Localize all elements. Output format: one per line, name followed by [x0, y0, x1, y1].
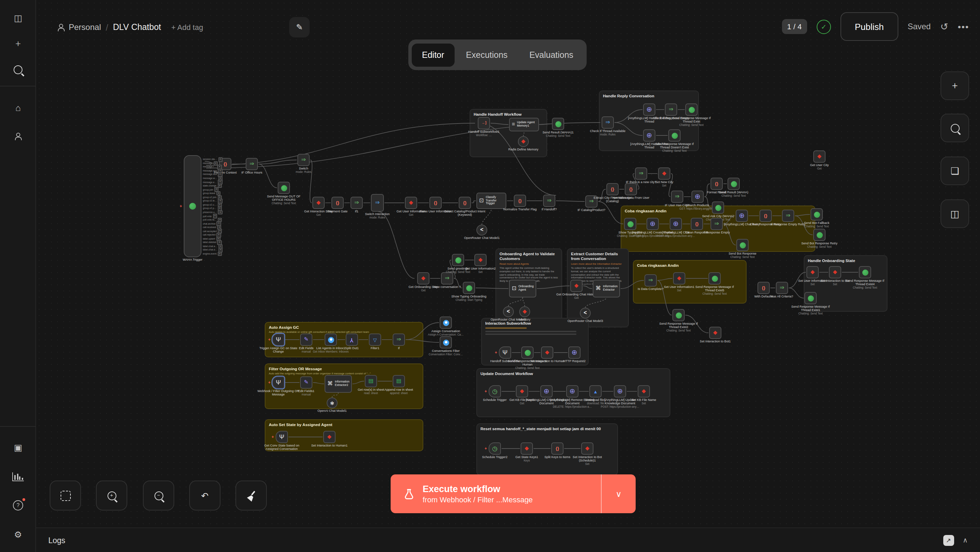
node-j9[interactable]: +ΨWebhook / Filter Outgoing OR Message: [272, 376, 285, 389]
node-b4[interactable]: Send Response Message If Thread ExistCha…: [685, 103, 698, 116]
node-m18[interactable]: {}Normalize Kota From User: [625, 183, 637, 195]
node-f9[interactable]: Send Bot FallbackChatting: Send Text: [811, 208, 823, 221]
fit-view-button[interactable]: [50, 480, 81, 511]
insights-button[interactable]: [0, 468, 36, 485]
node-b2[interactable]: ⊕[AnythingLLM] Handle Existing Thread: [643, 103, 655, 116]
tidy-up-button[interactable]: [235, 480, 267, 511]
node-m21[interactable]: ◆Get User CityGet: [813, 150, 826, 163]
open-logs-external-button[interactable]: ↗: [943, 535, 954, 546]
node-l4[interactable]: ⊕[AnythingLLM] Remove Existing DocumentD…: [566, 385, 579, 398]
node-a1[interactable]: →]Handoff Subworkflow1Workflow: …: [478, 117, 490, 129]
node-h2[interactable]: ◆Set User Information1Set: [673, 272, 685, 285]
node-m0[interactable]: +WAHA Trigger: [184, 155, 202, 257]
node-j16[interactable]: ◆Set Interaction to Human1: [323, 431, 336, 443]
node-f3[interactable]: ⊕[AnythingLLM] ChatPOST: https://product…: [670, 218, 682, 230]
node-m2[interactable]: ⇒IF Office Hours: [246, 158, 258, 170]
node-g4[interactable]: ◆Get Onboarding Chat HistoryGet: [570, 280, 582, 292]
node-a4[interactable]: Send Result (WAHA)1Chatting: Send Text: [552, 118, 564, 130]
node-m25[interactable]: Send Result (WAHA)Chatting: Send Text: [727, 178, 740, 190]
node-n2[interactable]: ◆Get State Keys1Keys: [520, 442, 533, 455]
node-b3[interactable]: ⇒Check If Response Empty: [665, 103, 677, 116]
node-f1[interactable]: Show Typing BotChatting: Start Typing: [624, 218, 636, 230]
panel-toggle-button[interactable]: ◫: [940, 199, 969, 228]
node-i6[interactable]: Send Response Message If Thread Exist1Ch…: [804, 292, 817, 304]
settings-button[interactable]: ⚙: [0, 525, 36, 543]
node-m14[interactable]: ⇒If Handoff?: [543, 195, 555, 207]
tab-evaluations[interactable]: Evaluations: [519, 43, 584, 66]
node-j5[interactable]: ▽Filter1: [369, 334, 381, 346]
publish-button[interactable]: Publish: [840, 12, 898, 41]
node-l5[interactable]: ▲Download file1download: file: [589, 385, 601, 398]
tab-editor[interactable]: Editor: [412, 43, 454, 66]
tab-executions[interactable]: Executions: [456, 43, 517, 66]
node-m10[interactable]: {}Parse User Information: [430, 197, 442, 209]
sticky-note-button[interactable]: ❏: [940, 157, 969, 185]
node-l1[interactable]: +◷Schedule Trigger: [488, 385, 501, 398]
node-f7[interactable]: {}Clean Response Retry: [759, 210, 772, 222]
node-l2[interactable]: ◆Get KB File NameGet: [516, 385, 528, 398]
node-n3[interactable]: {}Split Keys to Items: [551, 442, 563, 455]
node-f8[interactable]: ⇒If Response Empty Retry: [782, 210, 794, 222]
add-node-button[interactable]: ＋: [940, 72, 969, 100]
node-b5[interactable]: ⊕[AnythingLLM] Handle New Thread: [643, 129, 655, 142]
node-k2[interactable]: Send Response Message to HumanChatting: …: [521, 347, 533, 359]
node-l3[interactable]: ⊕[AnythingLLM] Check Existing Document: [540, 385, 553, 398]
node-o4[interactable]: ◆Set User Information2Set: [474, 254, 487, 266]
node-m8[interactable]: ⇒Switch Interactionmode: Rules: [371, 194, 384, 212]
node-m20[interactable]: ◆Set New CitySet: [658, 167, 670, 180]
node-m19[interactable]: ⇒IF there is a new city?: [635, 167, 647, 180]
node-m17[interactable]: {}Extract City From Message (Catalog): [606, 183, 619, 195]
node-m4[interactable]: Send Message OUT OF OFFICE HOURSChatting…: [278, 182, 290, 194]
version-badge[interactable]: 1 / 4: [782, 19, 807, 34]
node-o5[interactable]: Show Typing OnboardingChatting: Start Ty…: [463, 282, 475, 294]
node-m6[interactable]: {}Payment Gate: [331, 197, 344, 209]
waha-event-output-25[interactable]: engine.event+: [203, 252, 222, 256]
node-j10[interactable]: ✎Edit Fields1manual: [300, 376, 312, 389]
node-f6[interactable]: ⊕[AnythingLLM] Chat Retry: [736, 210, 748, 222]
execute-dropdown-button[interactable]: ∨: [601, 474, 636, 513]
node-k3[interactable]: ◆Set Interaction to Human: [541, 347, 553, 359]
node-n1[interactable]: +◷Schedule Trigger2: [488, 442, 501, 455]
node-n4[interactable]: ◆Set Interaction to Bot (Schedule)1Set: [581, 442, 593, 455]
undo-button[interactable]: ↶: [189, 480, 221, 511]
execute-workflow-button[interactable]: Execute workflow from Webhook / Filter .…: [391, 474, 636, 513]
node-i2[interactable]: ⇒Has All Criteria?: [776, 282, 788, 294]
zoom-in-button[interactable]: +: [96, 480, 127, 511]
sidebar-toggle-icon[interactable]: ◫: [0, 9, 36, 27]
node-j4[interactable]: YSplit Out1: [346, 334, 358, 346]
add-tag-button[interactable]: + Add tag: [171, 23, 203, 31]
node-i4[interactable]: ◆Set Interaction to BotSet: [829, 266, 841, 278]
node-o2[interactable]: ⇒New conversation ?: [441, 272, 453, 285]
node-m26[interactable]: Send Ask City (WAHA)Chatting: Send Text: [712, 202, 724, 214]
new-workflow-button[interactable]: ＋: [0, 35, 36, 52]
node-f11[interactable]: Send Bot Response RetryChatting: Send Te…: [813, 229, 826, 241]
node-j12[interactable]: ✻OpenAI Chat Model1: [327, 398, 337, 408]
node-f2[interactable]: ⊕[AnythingLLM] Create ThreadPOST: https:…: [646, 218, 659, 230]
node-m12[interactable]: ⊡Classify Transfer Trigger: [476, 192, 506, 209]
node-i5[interactable]: Send Response Message If Thread Exist4Ch…: [859, 266, 871, 278]
templates-button[interactable]: ▣: [0, 438, 36, 456]
node-i1[interactable]: {}With Defaults: [757, 282, 770, 294]
workflow-notes-button[interactable]: ✎: [289, 17, 310, 37]
node-j15[interactable]: +ΨGet Conv State based on Assigned Conve…: [275, 431, 288, 443]
more-menu-icon[interactable]: •••: [958, 21, 969, 32]
zoom-out-button[interactable]: −: [143, 480, 174, 511]
node-m3[interactable]: ⇒Switchmode: Rules: [298, 154, 310, 166]
node-j1[interactable]: +ΨTrigger Assign GC on State Change: [272, 334, 285, 346]
node-j6[interactable]: ⇒If: [393, 334, 405, 346]
node-j14[interactable]: ▤Append row in sheetappend: sheet: [393, 375, 405, 387]
node-m7[interactable]: ⇒If1: [350, 197, 363, 209]
node-j7[interactable]: Assign ConversationAssign A Conversation…: [440, 317, 452, 329]
node-gm[interactable]: ◆Memory: [519, 306, 530, 317]
history-icon[interactable]: ↺: [940, 21, 948, 32]
personal-button[interactable]: [0, 127, 36, 145]
workflow-canvas[interactable]: Handle Handoff WorkflowHandle Reply Conv…: [0, 0, 980, 552]
node-a2[interactable]: ≡Update Agent Memory1: [509, 118, 539, 131]
breadcrumb-workspace[interactable]: Personal: [69, 22, 101, 32]
node-h1[interactable]: ⇒Is Data Complete?: [644, 274, 657, 286]
node-l6[interactable]: ⊕[AnythingLLM] Update Knowledge Document…: [614, 385, 626, 398]
node-i3[interactable]: ◆Set User InformationSet: [807, 266, 819, 278]
node-b1[interactable]: ⇒Check If Thread Availablemode: Rules: [601, 116, 614, 129]
help-button[interactable]: ?: [0, 496, 36, 514]
node-b6[interactable]: Send Response Message If Thread Doesn't …: [668, 129, 681, 142]
